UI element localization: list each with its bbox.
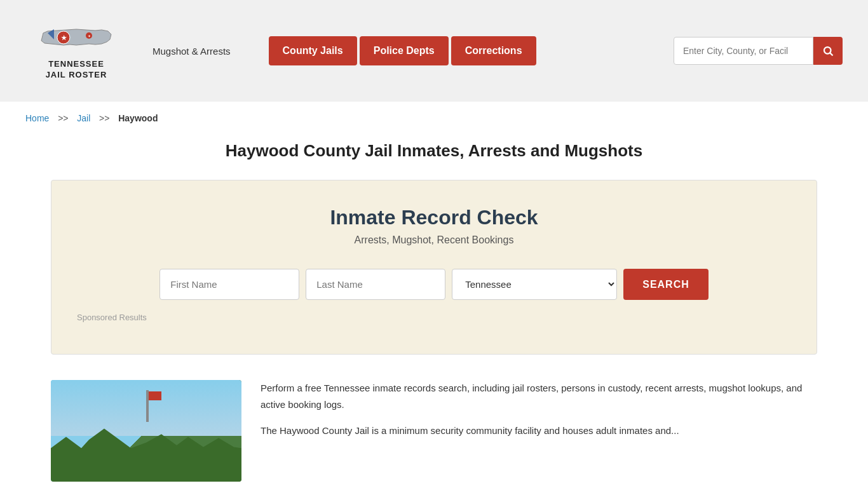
breadcrumb-home[interactable]: Home: [25, 113, 49, 123]
svg-text:✦: ✦: [88, 34, 91, 38]
logo: ★ ✦ TENNESSEE JAIL ROSTER: [25, 22, 127, 81]
first-name-input[interactable]: [159, 269, 299, 300]
corrections-button[interactable]: Corrections: [451, 36, 536, 65]
logo-text: TENNESSEE JAIL ROSTER: [46, 59, 107, 81]
record-form: TennesseeAlabamaAlaskaArizonaArkansasCal…: [77, 269, 791, 300]
record-check-box: Inmate Record Check Arrests, Mugshot, Re…: [51, 180, 817, 355]
logo-icon: ★ ✦: [38, 22, 114, 57]
content-section: Perform a free Tennessee inmate records …: [51, 380, 817, 488]
header-search: [674, 37, 843, 65]
flag: [146, 390, 149, 422]
nav-buttons: County Jails Police Depts Corrections: [269, 36, 536, 65]
record-box-title: Inmate Record Check: [77, 206, 791, 229]
svg-line-6: [830, 53, 832, 55]
sponsored-results: Sponsored Results: [77, 313, 791, 322]
content-text: Perform a free Tennessee inmate records …: [261, 380, 817, 482]
breadcrumb-sep1: >>: [55, 113, 71, 123]
content-image: [51, 380, 241, 482]
breadcrumb-current: Haywood: [118, 113, 158, 123]
breadcrumb-sep2: >>: [97, 113, 112, 123]
mugshot-link[interactable]: Mugshot & Arrests: [153, 46, 231, 57]
search-button[interactable]: [813, 37, 843, 65]
breadcrumb-jail[interactable]: Jail: [77, 113, 90, 123]
record-search-button[interactable]: SEARCH: [623, 269, 709, 300]
breadcrumb: Home >> Jail >> Haywood: [0, 102, 868, 135]
police-depts-button[interactable]: Police Depts: [360, 36, 449, 65]
search-input[interactable]: [674, 37, 813, 65]
search-icon: [822, 45, 834, 57]
county-jails-button[interactable]: County Jails: [269, 36, 357, 65]
content-paragraph-1: Perform a free Tennessee inmate records …: [261, 380, 817, 412]
content-paragraph-2: The Haywood County Jail is a minimum sec…: [261, 423, 817, 439]
state-select[interactable]: TennesseeAlabamaAlaskaArizonaArkansasCal…: [452, 269, 617, 300]
svg-text:★: ★: [61, 34, 67, 41]
page-title: Haywood County Jail Inmates, Arrests and…: [25, 141, 843, 161]
svg-point-5: [824, 47, 831, 54]
site-header: ★ ✦ TENNESSEE JAIL ROSTER Mugshot & Arre…: [0, 0, 868, 102]
record-box-subtitle: Arrests, Mugshot, Recent Bookings: [77, 234, 791, 246]
last-name-input[interactable]: [306, 269, 445, 300]
